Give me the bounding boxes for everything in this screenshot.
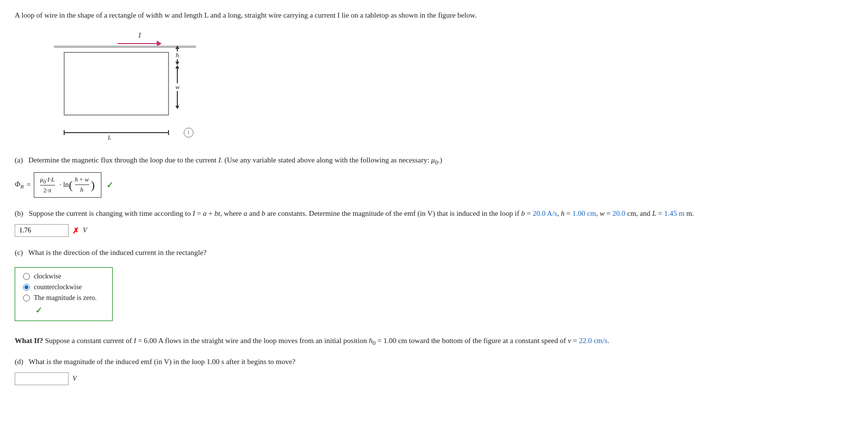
formula-container: ΦB = μ0·I·L 2·π · ln ( h + w h ) ✓ (15, 172, 853, 198)
part-a-label: (a) Determine the magnetic flux through … (15, 154, 853, 167)
top-wire (54, 46, 196, 48)
part-c: (c) What is the direction of the induced… (15, 247, 853, 321)
L-dimension (64, 130, 169, 135)
ln-numerator: h + w (75, 176, 89, 185)
w-arrow-down (175, 106, 179, 109)
rect-loop (64, 52, 169, 115)
option-zero-label: The magnitude is zero. (34, 294, 96, 302)
fraction: μ0·I·L 2·π (40, 176, 55, 195)
w-label: w (175, 83, 180, 91)
part-c-checkmark: ✓ (30, 305, 104, 316)
L-line (65, 132, 168, 133)
radio-clockwise[interactable] (23, 273, 30, 280)
w-arrow-up (175, 65, 179, 69)
L-tick-right (168, 130, 169, 135)
part-b: (b) Suppose the current is changing with… (15, 207, 853, 237)
b-value: 20.0 A/s (532, 209, 557, 217)
part-a: (a) Determine the magnetic flux through … (15, 154, 853, 198)
part-b-input[interactable] (15, 224, 69, 237)
h-arrow-up (175, 46, 179, 49)
w-value: 20.0 (612, 209, 625, 217)
eq-sign: = (26, 181, 30, 189)
part-d-answer-row: V (15, 372, 853, 385)
arrow-line (118, 43, 157, 44)
L-label: L (108, 134, 111, 141)
h-label: h (176, 51, 179, 59)
w-line-bot (177, 91, 178, 106)
current-arrow: I (118, 32, 162, 46)
x-mark: ✗ (72, 226, 79, 235)
what-if-bold: What If? (15, 337, 43, 345)
h-dimension: h (175, 46, 179, 65)
figure-container: I h w (54, 30, 853, 142)
paren-close: ) (91, 179, 95, 191)
current-label: I (139, 32, 141, 40)
mc-option-zero[interactable]: The magnitude is zero. (23, 294, 104, 302)
radio-counterclockwise[interactable] (23, 284, 30, 291)
intro-text: A loop of wire in the shape of a rectang… (15, 10, 853, 21)
part-d-input[interactable] (15, 372, 69, 385)
paren-open: ( (69, 179, 73, 191)
numerator: μ0·I·L (40, 176, 55, 186)
denominator: 2·π (44, 185, 51, 194)
part-b-unit: V (83, 227, 87, 234)
info-icon[interactable]: i (184, 128, 193, 138)
part-d-label: (d) What is the magnitude of the induced… (15, 356, 853, 368)
mc-option-clockwise[interactable]: clockwise (23, 273, 104, 280)
radio-zero[interactable] (23, 295, 30, 301)
L-value: 1.45 m (664, 209, 685, 217)
part-a-checkmark: ✓ (106, 180, 114, 190)
part-b-label: (b) Suppose the current is changing with… (15, 207, 853, 219)
mc-box: clockwise counterclockwise The magnitude… (15, 267, 113, 321)
part-b-answer-row: ✗ V (15, 224, 853, 237)
option-counterclockwise-label: counterclockwise (34, 283, 82, 291)
ln-part: · ln (58, 181, 69, 189)
h-arrow-down (175, 62, 179, 65)
part-d-unit: V (72, 375, 77, 383)
what-if-section: What If? Suppose a constant current of I… (15, 335, 853, 348)
part-d: (d) What is the magnitude of the induced… (15, 356, 853, 385)
figure-diagram: I h w (54, 30, 196, 142)
part-c-label: (c) What is the direction of the induced… (15, 247, 853, 258)
option-clockwise-label: clockwise (34, 273, 61, 280)
part-a-letter: (a) (15, 156, 23, 164)
mc-option-counterclockwise[interactable]: counterclockwise (23, 283, 104, 291)
w-dimension: w (175, 65, 180, 109)
phi-b-label: ΦB (15, 180, 24, 189)
h-value: 1.00 cm (572, 209, 596, 217)
v-value: 22.0 cm/s (579, 337, 607, 345)
formula-box: μ0·I·L 2·π · ln ( h + w h ) (34, 172, 101, 198)
ln-denominator: h (80, 185, 84, 194)
ln-fraction: h + w h (75, 176, 89, 194)
radio-filled-dot (24, 285, 28, 289)
w-line (177, 69, 178, 83)
